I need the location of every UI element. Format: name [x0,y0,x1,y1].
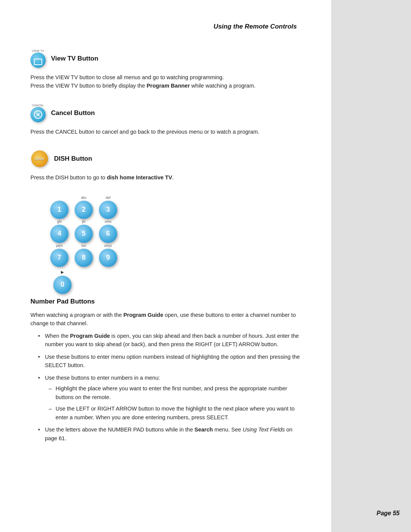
sub-bullet-3-2: Use the LEFT or RIGHT ARROW button to mo… [49,404,304,422]
numpad-key-3-wrapper: def 3 [98,196,118,219]
numpad-key-7[interactable]: 7 [50,249,68,267]
main-content: Using the Remote Controls VIEW TV View T… [0,0,331,532]
view-tv-heading: View TV Button [51,55,98,62]
right-sidebar: Page 55 [331,0,411,532]
numpad-key-8[interactable]: 8 [75,249,93,267]
numpad-label-3: def [106,196,111,200]
numpad-section: 1 abc 2 def 3 ghi 4 [30,196,308,443]
view-tv-text1: Press the VIEW TV button to close all me… [30,73,304,90]
view-tv-icon [30,53,46,68]
numpad-key-6-wrapper: mno 6 [98,220,118,243]
numpad-label-row-1: 1 abc 2 def 3 [49,196,118,219]
bullet-1: When the Program Guide is open, you can … [38,332,304,349]
numpad-grid: 1 abc 2 def 3 ghi 4 [49,196,308,294]
numpad-key-1[interactable]: 1 [50,201,68,219]
numpad-key-4[interactable]: 4 [50,225,68,243]
dish-title-row: DISH DISH Button [30,150,308,168]
dish-label: DISH [35,157,44,161]
numpad-label-8: tuv [81,244,86,248]
numpad-key-5-wrapper: jkl 5 [74,220,94,243]
numpad-key-0-col: ► 0 [53,269,72,294]
view-tv-icon-wrapper: VIEW TV [30,50,46,68]
numpad-key-8-wrapper: tuv 8 [74,244,94,267]
sub-bullet-3-1: Highlight the place where you want to en… [49,384,304,401]
numpad-heading: Number Pad Buttons [30,298,308,305]
page-container: Using the Remote Controls VIEW TV View T… [0,0,411,532]
dish-text: Press the DISH button to go to dish home… [30,173,304,182]
numpad-key-1-wrapper: 1 [49,196,69,219]
view-tv-section: VIEW TV View TV Button Press the VIEW TV… [30,50,308,90]
numpad-label-row-2: ghi 4 jkl 5 mno 6 [49,220,118,243]
cancel-heading: Cancel Button [51,109,95,117]
numpad-intro: When watching a program or with the Prog… [30,311,304,328]
numpad-arrow-zero-row: ► 0 [49,269,72,294]
numpad-key-4-wrapper: ghi 4 [49,220,69,243]
cancel-label: CANCEL [32,104,44,107]
numpad-label-2: abc [81,196,87,200]
bullet-2: Use these buttons to enter menu option n… [38,353,304,370]
view-tv-label: VIEW TV [32,50,44,52]
numpad-key-2[interactable]: 2 [75,201,93,219]
numpad-key-9-wrapper: wxyz 9 [98,244,118,267]
numpad-arrow-icon: ► [60,269,65,275]
numpad-label-4: ghi [57,220,62,224]
numpad-key-9[interactable]: 9 [99,249,117,267]
numpad-label-5: jkl [82,220,86,224]
cancel-title-row: CANCEL Cancel Button [30,104,308,122]
numpad-bullet-list: When the Program Guide is open, you can … [38,332,308,443]
numpad-key-6[interactable]: 6 [99,225,117,243]
sub-list-3: Highlight the place where you want to en… [49,384,304,422]
cancel-section: CANCEL Cancel Button Press the CANCEL bu… [30,104,308,136]
page-title: Using the Remote Controls [213,23,297,30]
numpad-key-5[interactable]: 5 [75,225,93,243]
bullet-4: Use the letters above the NUMBER PAD but… [38,425,304,443]
numpad-key-7-wrapper: pqrs 7 [49,244,69,267]
numpad-label-row-3: pqrs 7 tuv 8 wxyz 9 [49,244,118,267]
page-header: Using the Remote Controls [30,15,308,38]
numpad-label-7: pqrs [56,244,63,248]
cancel-icon [30,107,46,122]
dish-section: DISH DISH Button Press the DISH button t… [30,150,308,182]
numpad-label-6: mno [105,220,112,224]
dish-icon-wrapper: DISH [30,150,49,168]
view-tv-title-row: VIEW TV View TV Button [30,50,308,68]
dish-bold: dish home Interactive TV [107,174,172,181]
dish-heading: DISH Button [54,155,92,163]
cancel-text: Press the CANCEL button to cancel and go… [30,128,304,136]
numpad-key-3[interactable]: 3 [99,201,117,219]
page-number: Page 55 [377,510,400,517]
view-tv-bold: Program Banner [147,83,190,89]
numpad-intro-bold: Program Guide [123,312,163,318]
numpad-key-0[interactable]: 0 [53,276,72,294]
dish-icon: DISH [31,150,48,167]
numpad-label-9: wxyz [104,244,112,248]
cancel-icon-wrapper: CANCEL [30,104,46,122]
cancel-icon-inner [34,110,42,119]
bullet-3: Use these buttons to enter numbers in a … [38,374,304,422]
numpad-key-2-wrapper: abc 2 [74,196,94,219]
